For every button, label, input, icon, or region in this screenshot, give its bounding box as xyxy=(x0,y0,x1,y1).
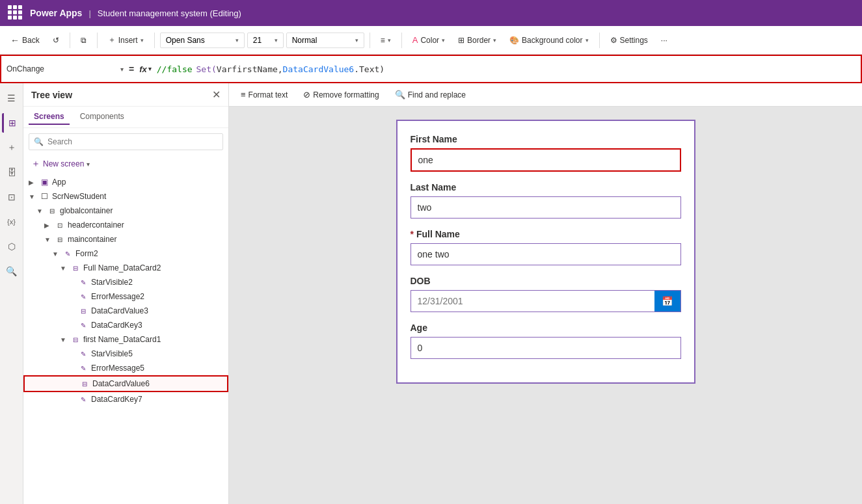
treeview-icon-btn[interactable]: ⊞ xyxy=(2,113,21,133)
more-icon: ··· xyxy=(661,36,667,45)
tree-item-datacardkey3[interactable]: ▶ ✎ DataCardKey3 xyxy=(23,318,228,332)
edit-icon: ✎ xyxy=(78,363,88,373)
font-label: Open Sans xyxy=(166,36,232,45)
form-label-age: Age xyxy=(411,323,681,333)
apps-grid-icon[interactable] xyxy=(8,5,23,21)
insert-chevron-icon: ▾ xyxy=(141,37,144,44)
size-chevron-icon: ▾ xyxy=(275,37,278,44)
align-button[interactable]: ≡ ▾ xyxy=(375,33,396,47)
tree-item-datacardvalue6[interactable]: ▶ ⊟ DataCardValue6 xyxy=(23,375,228,392)
tree-label: ScrNewStudent xyxy=(52,192,106,201)
form-field-age: Age xyxy=(411,323,681,359)
back-label: Back xyxy=(22,36,40,45)
full-name-input[interactable] xyxy=(411,243,681,265)
search-input[interactable] xyxy=(29,133,223,150)
form-card: First Name Last Name * Full Name xyxy=(396,120,695,384)
sidebar-icon-bar: ☰ ⊞ ＋ 🗄 ⊡ {x} ⬡ 🔍 xyxy=(0,83,23,504)
more-button[interactable]: ··· xyxy=(656,33,673,47)
tab-screens[interactable]: Screens xyxy=(29,109,70,125)
container-icon: ⊟ xyxy=(47,206,57,216)
search-icon: 🔍 xyxy=(34,137,44,146)
tree-label: Full Name_DataCard2 xyxy=(83,263,161,272)
color-button[interactable]: A Color ▾ xyxy=(407,33,450,47)
toolbar-sep-6 xyxy=(599,33,600,48)
bgcolor-chevron-icon: ▾ xyxy=(586,37,589,44)
find-replace-button[interactable]: 🔍 Find and replace xyxy=(388,87,472,102)
size-dropdown[interactable]: 21 ▾ xyxy=(247,33,284,48)
toolbar-sep-4 xyxy=(370,33,370,48)
search-icon-btn[interactable]: 🔍 xyxy=(2,261,21,281)
chevron-icon: ▶ xyxy=(29,179,36,186)
formula-set-func: Set( xyxy=(196,64,217,74)
media-icon-btn[interactable]: ⬡ xyxy=(2,237,21,256)
tree-item-firstname-datacard1[interactable]: ▼ ⊟ first Name_DataCard1 xyxy=(23,332,228,347)
first-name-input[interactable] xyxy=(411,148,681,172)
tree-item-headercontainer[interactable]: ▶ ⊡ headercontainer xyxy=(23,218,228,232)
tree-item-scrnewstudent[interactable]: ▼ ☐ ScrNewStudent xyxy=(23,189,228,204)
border-icon: ⊞ xyxy=(458,36,465,45)
chevron-icon: ▼ xyxy=(29,193,36,200)
tab-components[interactable]: Components xyxy=(75,109,129,125)
find-icon: 🔍 xyxy=(395,90,405,99)
formula-fx-button[interactable]: fx ▾ xyxy=(139,64,152,74)
form-label-lastname: Last Name xyxy=(411,182,681,192)
tree-close-button[interactable]: ✕ xyxy=(212,88,221,101)
tree-label: StarVisible2 xyxy=(91,278,133,287)
formula-comment: //false xyxy=(157,64,193,74)
tree-item-form2[interactable]: ▼ ✎ Form2 xyxy=(23,246,228,261)
insert-button[interactable]: ＋ Insert ▾ xyxy=(103,32,149,48)
settings-button[interactable]: ⚙ Settings xyxy=(605,33,653,47)
variables-icon-btn[interactable]: {x} xyxy=(2,212,21,232)
tree-label: DataCardValue3 xyxy=(91,306,148,315)
dob-input[interactable] xyxy=(411,291,654,312)
chevron-icon: ▼ xyxy=(60,336,68,343)
bgcolor-button[interactable]: 🎨 Background color ▾ xyxy=(504,33,593,47)
data-icon-btn[interactable]: 🗄 xyxy=(2,163,21,182)
toolbar-sep-2 xyxy=(97,33,98,48)
tree-item-fullname-datacard2[interactable]: ▼ ⊟ Full Name_DataCard2 xyxy=(23,261,228,275)
components-icon-btn[interactable]: ⊡ xyxy=(2,187,21,207)
data-icon: ⊟ xyxy=(78,306,88,316)
remove-formatting-button[interactable]: ⊘ Remove formatting xyxy=(297,87,385,102)
add-icon-btn[interactable]: ＋ xyxy=(2,138,21,157)
formula-code[interactable]: //false Set(VarfirstName,DataCardValue6.… xyxy=(157,64,855,74)
formula-property-selector[interactable]: OnChange ▾ xyxy=(7,64,124,73)
tree-label: headercontainer xyxy=(68,220,124,230)
form-label-fullname: * Full Name xyxy=(411,229,681,239)
font-dropdown[interactable]: Open Sans ▾ xyxy=(160,33,245,48)
tree-item-starvisible5[interactable]: ▶ ✎ StarVisible5 xyxy=(23,347,228,361)
undo-button[interactable]: ↺ xyxy=(47,33,64,47)
app-title: Power Apps xyxy=(30,8,82,18)
chevron-icon: ▼ xyxy=(60,265,68,272)
data-icon: ⊟ xyxy=(79,378,90,389)
format-text-icon: ≡ xyxy=(241,90,246,99)
tree-item-app[interactable]: ▶ ▣ App xyxy=(23,175,228,189)
tree-label: ErrorMessage5 xyxy=(91,364,144,373)
last-name-input[interactable] xyxy=(411,196,681,219)
required-star: * xyxy=(411,229,414,239)
style-dropdown[interactable]: Normal ▾ xyxy=(286,33,364,48)
menu-icon-btn[interactable]: ☰ xyxy=(2,88,21,108)
back-button[interactable]: ← Back xyxy=(5,33,45,48)
bgcolor-label: Background color xyxy=(522,36,582,45)
copy-button[interactable]: ⧉ xyxy=(75,33,92,47)
tree-item-errormessage2[interactable]: ▶ ✎ ErrorMessage2 xyxy=(23,289,228,304)
tree-item-errormessage5[interactable]: ▶ ✎ ErrorMessage5 xyxy=(23,361,228,375)
border-button[interactable]: ⊞ Border ▾ xyxy=(453,33,502,47)
formula-eq-symbol: = xyxy=(129,64,134,74)
formula-property-label: OnChange xyxy=(7,64,44,73)
edit-icon: ✎ xyxy=(78,394,88,405)
tree-item-globalcontainer[interactable]: ▼ ⊟ globalcontainer xyxy=(23,204,228,218)
tree-item-datacardkey7[interactable]: ▶ ✎ DataCardKey7 xyxy=(23,392,228,406)
format-text-button[interactable]: ≡ Format text xyxy=(234,87,294,102)
form-field-fullname: * Full Name xyxy=(411,229,681,265)
calendar-button[interactable]: 📅 xyxy=(654,291,680,312)
age-input[interactable] xyxy=(411,337,681,359)
edit-icon: ✎ xyxy=(78,277,88,287)
tree-item-datacardvalue3[interactable]: ▶ ⊟ DataCardValue3 xyxy=(23,304,228,318)
firstname-label-text: First Name xyxy=(411,134,457,144)
tree-item-maincontainer[interactable]: ▼ ⊟ maincontainer xyxy=(23,232,228,246)
toolbar-sep-5 xyxy=(401,33,402,48)
new-screen-button[interactable]: ＋ New screen ▾ xyxy=(23,155,228,172)
tree-item-starvisible2[interactable]: ▶ ✎ StarVisible2 xyxy=(23,275,228,289)
